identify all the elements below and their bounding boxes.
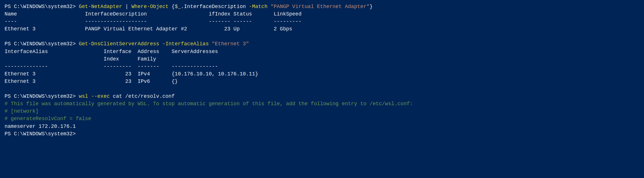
terminal-text: Name InterfaceDescription ifIndex Status… (5, 11, 302, 17)
comment2: # [network] (5, 107, 639, 115)
row2a: Ethernet 3 23 IPv4 {10.176.10.10, 10.176… (5, 70, 639, 78)
cmd1: PS C:\WINDOWS\system32> Get-NetAdapter |… (5, 3, 639, 10)
terminal-text (88, 93, 91, 99)
header2b: Index Family (5, 55, 639, 63)
terminal-text: # This file was automatically generated … (5, 101, 413, 107)
terminal-text: } (370, 4, 373, 9)
terminal-text: PS C:\WINDOWS\system32> (5, 41, 79, 47)
prompt-end: PS C:\WINDOWS\system32> (5, 130, 639, 138)
terminal-text (209, 41, 212, 47)
terminal-text: # generateResolvConf = false (5, 116, 91, 122)
terminal-text: "Ethernet 3" (212, 41, 249, 47)
nameserver: nameserver 172.20.176.1 (5, 123, 639, 130)
terminal-text: $_ (175, 4, 181, 9)
terminal-text: # [network] (5, 108, 39, 114)
terminal-window[interactable]: PS C:\WINDOWS\system32> Get-NetAdapter |… (5, 3, 639, 138)
terminal-text: Where-Object (131, 4, 169, 9)
terminal-text: { (169, 4, 175, 9)
terminal-text: --exec (91, 93, 110, 99)
terminal-text: -------------- --------- ------- -------… (5, 64, 218, 69)
terminal-text: Index Family (5, 56, 156, 62)
terminal-text: Ethernet 3 23 IPv4 {10.176.10.10, 10.176… (5, 71, 258, 77)
terminal-text: InterfaceAlias Interface Address ServerA… (5, 49, 218, 54)
terminal-text: .InterfaceDescription (181, 4, 249, 9)
header2a: InterfaceAlias Interface Address ServerA… (5, 48, 639, 55)
cmd3: PS C:\WINDOWS\system32> wsl --exec cat /… (5, 93, 639, 100)
comment3: # generateResolvConf = false (5, 115, 639, 122)
comment1: # This file was automatically generated … (5, 100, 639, 107)
blank-line (5, 85, 639, 93)
cmd2: PS C:\WINDOWS\system32> Get-DnsClientSer… (5, 40, 639, 48)
terminal-text: PS C:\WINDOWS\system32> (5, 4, 79, 9)
row2b: Ethernet 3 23 IPv6 {} (5, 78, 639, 85)
terminal-text: wsl (79, 93, 88, 99)
terminal-text: ---- -------------------- ------- ------… (5, 19, 302, 24)
blank-line (5, 33, 639, 40)
terminal-text: PS C:\WINDOWS\system32> (5, 93, 79, 99)
header1: Name InterfaceDescription ifIndex Status… (5, 10, 639, 18)
dash1: ---- -------------------- ------- ------… (5, 18, 639, 25)
terminal-text (159, 41, 162, 47)
terminal-text: Ethernet 3 PANGP Virtual Ethernet Adapte… (5, 26, 292, 32)
terminal-text (267, 4, 271, 9)
terminal-text: Ethernet 3 23 IPv6 {} (5, 79, 178, 84)
terminal-text: | (122, 4, 131, 9)
row1: Ethernet 3 PANGP Virtual Ethernet Adapte… (5, 25, 639, 33)
terminal-text: "PANGP Virtual Ethernet Adapter" (271, 4, 370, 9)
terminal-text: Get-DnsClientServerAddress (79, 41, 159, 47)
terminal-text: -InterfaceAlias (162, 41, 209, 47)
terminal-text: -Match (249, 4, 267, 9)
dash2: -------------- --------- ------- -------… (5, 63, 639, 70)
terminal-text: cat /etc/resolv.conf (110, 93, 175, 99)
terminal-text: Get-NetAdapter (79, 4, 122, 9)
terminal-text: PS C:\WINDOWS\system32> (5, 131, 79, 137)
terminal-text: nameserver 172.20.176.1 (5, 124, 76, 129)
